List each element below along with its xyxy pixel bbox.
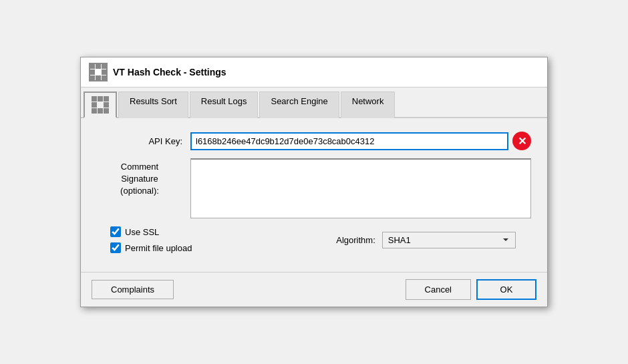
tab-virus-total[interactable] xyxy=(84,92,117,118)
cancel-button[interactable]: Cancel xyxy=(406,279,471,300)
permit-upload-checkbox-label[interactable]: Permit file upload xyxy=(110,242,321,253)
permit-upload-label: Permit file upload xyxy=(125,243,192,253)
permit-upload-checkbox[interactable] xyxy=(110,242,121,253)
tab-results-sort[interactable]: Results Sort xyxy=(118,92,188,118)
tab-network[interactable]: Network xyxy=(341,92,396,118)
footer-right-buttons: Cancel OK xyxy=(406,279,536,300)
comment-textarea[interactable] xyxy=(190,158,531,218)
tab-search-engine[interactable]: Search Engine xyxy=(259,92,339,118)
api-key-input-group: ✕ xyxy=(190,132,531,150)
clear-api-key-button[interactable]: ✕ xyxy=(512,132,531,150)
footer: Complaints Cancel OK xyxy=(81,272,547,307)
use-ssl-checkbox[interactable] xyxy=(110,226,121,237)
comment-label: CommentSignature(optional): xyxy=(97,158,190,198)
use-ssl-checkbox-label[interactable]: Use SSL xyxy=(110,226,321,237)
checkboxes-algo-row: Use SSL Permit file upload Algorithm: SH… xyxy=(97,226,531,253)
title-bar: VT Hash Check - Settings xyxy=(81,57,547,87)
api-key-row: API Key: ✕ xyxy=(97,132,531,150)
ok-button[interactable]: OK xyxy=(476,279,536,300)
algorithm-label: Algorithm: xyxy=(336,235,375,245)
api-key-label: API Key: xyxy=(97,136,190,146)
app-icon xyxy=(89,63,108,81)
algorithm-group: Algorithm: SHA1 MD5 SHA256 xyxy=(321,232,531,248)
api-key-input[interactable] xyxy=(190,132,508,150)
settings-dialog: VT Hash Check - Settings Results Sort Re… xyxy=(80,57,548,307)
tab-bar: Results Sort Result Logs Search Engine N… xyxy=(81,87,547,118)
use-ssl-label: Use SSL xyxy=(125,227,159,237)
window-title: VT Hash Check - Settings xyxy=(113,67,226,77)
tab-result-logs[interactable]: Result Logs xyxy=(190,92,259,118)
algorithm-select[interactable]: SHA1 MD5 SHA256 xyxy=(382,232,516,248)
checkboxes-group: Use SSL Permit file upload xyxy=(97,226,321,253)
tab-content: API Key: ✕ CommentSignature(optional): U… xyxy=(81,118,547,272)
virus-total-icon xyxy=(92,96,109,114)
complaints-button[interactable]: Complaints xyxy=(92,280,174,299)
comment-row: CommentSignature(optional): xyxy=(97,158,531,218)
